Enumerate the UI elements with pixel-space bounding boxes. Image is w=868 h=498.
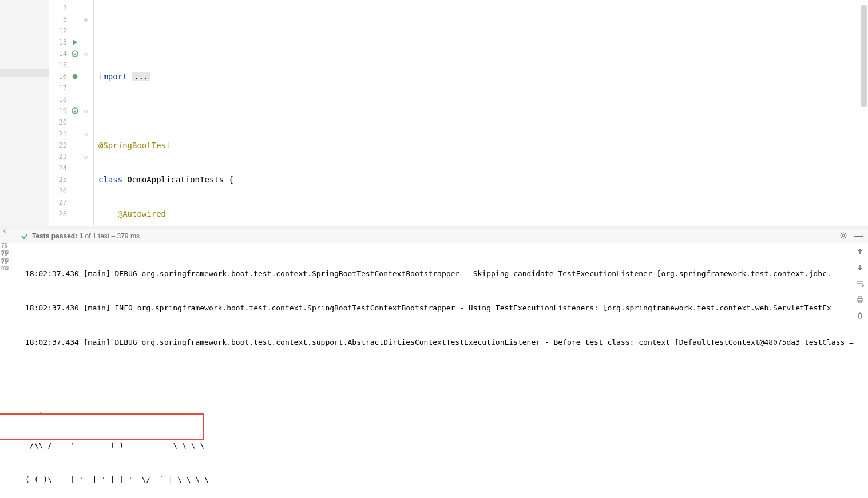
line-number: 19 [51,107,67,115]
run-gutter-icon[interactable] [69,39,81,46]
line-number: 21 [51,130,67,138]
settings-icon[interactable] [839,232,847,241]
line-number: 25 [51,176,67,184]
fold-toggle[interactable]: ⊖ [82,131,90,137]
svg-point-3 [842,234,845,237]
fold-toggle[interactable]: ⊖ [82,51,90,57]
line-number: 18 [51,95,67,103]
line-number: 26 [51,187,67,195]
code-editor[interactable]: import ... @SpringBootTest class DemoApp… [94,0,868,226]
fold-toggle[interactable]: ⊕ [82,17,90,23]
line-number: 24 [51,164,67,172]
banner-line: ( ( )\___ | '_ | '_| | '_ \/ _` | \ \ \ … [25,474,868,483]
banner-line: /\\ / ___'_ __ _ _(_)_ __ __ _ \ \ \ \ [25,440,868,451]
print-icon[interactable] [855,295,865,304]
svg-point-1 [72,108,78,114]
close-icon[interactable]: × [2,227,8,233]
log-line: 18:02:37.430 [main] INFO org.springframe… [25,302,868,314]
svg-rect-5 [858,297,862,298]
class-name: DemoApplicationTests { [128,175,233,184]
test-toolbar: Tests passed: 1 of 1 test – 379 ms — [0,229,868,243]
bean-gutter-icon[interactable] [69,73,81,80]
scroll-down-icon[interactable] [855,263,865,272]
line-number: 16 [51,73,67,81]
console-toolbar [852,242,868,320]
log-line: 18:02:37.430 [main] DEBUG org.springfram… [25,268,868,280]
scrollbar-thumb[interactable] [861,5,867,107]
line-number: 3 [51,15,67,23]
annotation: @Autowired [118,209,166,218]
run-test-gutter-icon[interactable] [69,107,81,114]
editor-pane: 2 3⊕ 12 13 14⊖ 15 16 17 18 19⊖ 20 21⊖ 22… [0,0,868,226]
test-status-detail: of 1 test – 379 ms [83,232,140,240]
line-number: 28 [51,210,67,218]
folded-dots[interactable]: ... [132,72,150,81]
console-output[interactable]: 18:02:37.430 [main] DEBUG org.springfram… [0,243,868,483]
keyword: class [98,175,122,184]
line-number: 2 [51,4,67,12]
line-number: 22 [51,141,67,149]
banner-line: . ____ _ __ _ _ [25,405,868,417]
editor-left-margin [0,0,49,226]
line-number: 14 [51,50,67,58]
soft-wrap-icon[interactable] [855,279,865,288]
line-number: 23 [51,153,67,161]
keyword: import [98,72,128,81]
fold-toggle[interactable]: ⊖ [82,108,90,114]
check-icon [21,232,29,240]
log-line: 18:02:37.434 [main] DEBUG org.springfram… [25,337,868,348]
clear-icon[interactable] [855,311,865,320]
test-status-text: Tests passed: 1 [32,232,83,240]
fold-toggle[interactable]: ⊖ [82,154,90,160]
scroll-up-icon[interactable] [855,247,865,256]
line-number: 27 [51,198,67,206]
line-number: 13 [51,38,67,46]
minimize-icon[interactable]: — [854,231,863,241]
class-gutter-icon[interactable] [69,50,81,57]
line-number: 17 [51,84,67,92]
editor-scrollbar[interactable] [819,0,868,226]
svg-point-0 [72,51,78,57]
annotation: @SpringBootTest [98,141,171,150]
output-highlight-box [0,413,204,440]
line-number: 12 [51,27,67,35]
line-number: 20 [51,118,67,126]
gutter: 2 3⊕ 12 13 14⊖ 15 16 17 18 19⊖ 20 21⊖ 22… [49,0,94,226]
line-number: 15 [51,61,67,69]
change-marker [0,69,49,77]
